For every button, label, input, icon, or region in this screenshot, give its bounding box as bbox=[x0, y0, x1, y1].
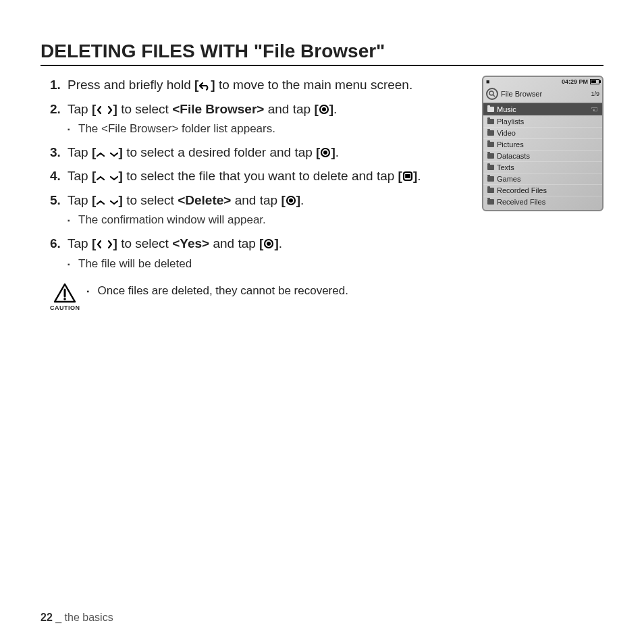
caution-text: Once files are deleted, they cannot be r… bbox=[87, 283, 348, 300]
select-icon bbox=[319, 104, 329, 115]
device-folder-list: Music☜PlaylistsVideoPicturesDatacastsTex… bbox=[483, 103, 602, 210]
folder-icon bbox=[487, 165, 494, 170]
instruction-step: 1.Press and briefly hold [] to move to t… bbox=[41, 76, 471, 95]
select-icon bbox=[263, 238, 274, 249]
battery-icon bbox=[590, 79, 599, 84]
device-index: 1/9 bbox=[591, 90, 599, 97]
device-folder-label: Pictures bbox=[497, 140, 524, 149]
chevron-up-icon bbox=[96, 199, 105, 206]
chevron-left-icon bbox=[96, 105, 103, 115]
select-icon bbox=[320, 147, 331, 158]
chevron-down-icon bbox=[109, 175, 119, 182]
device-folder-item: Datacasts bbox=[483, 150, 602, 161]
instruction-substep: The file will be deleted bbox=[68, 256, 471, 273]
chevron-down-icon bbox=[109, 199, 119, 206]
instruction-substep: The <File Browser> folder list appears. bbox=[68, 121, 471, 138]
device-folder-item: Games bbox=[483, 173, 602, 184]
step-number: 1. bbox=[50, 76, 61, 95]
device-folder-item: Received Files bbox=[483, 196, 602, 207]
device-folder-label: Games bbox=[497, 175, 520, 183]
folder-icon bbox=[487, 107, 494, 112]
folder-icon bbox=[487, 130, 494, 136]
svg-point-1 bbox=[322, 107, 326, 111]
chevron-up-icon bbox=[96, 151, 105, 158]
page-footer: 22 _ the basics bbox=[41, 612, 113, 624]
svg-point-9 bbox=[289, 198, 293, 203]
caution-block: CAUTION Once files are deleted, they can… bbox=[50, 283, 471, 311]
step-number: 6. bbox=[50, 234, 61, 253]
page-title: DELETING FILES WITH "File Browser" bbox=[41, 41, 603, 62]
device-screenshot: ■ 04:29 PM File Browser 1/9 Music☜Playli… bbox=[482, 76, 603, 211]
device-folder-item: Playlists bbox=[483, 115, 602, 127]
chevron-right-icon bbox=[107, 105, 113, 115]
device-folder-label: Video bbox=[497, 129, 516, 137]
folder-icon bbox=[487, 188, 494, 193]
folder-icon bbox=[487, 199, 494, 205]
svg-point-11 bbox=[267, 242, 271, 246]
chevron-up-icon bbox=[96, 175, 105, 182]
device-folder-label: Music bbox=[497, 105, 516, 113]
device-folder-label: Recorded Files bbox=[497, 186, 547, 194]
step-number: 4. bbox=[50, 167, 61, 186]
device-folder-item: Video bbox=[483, 127, 602, 138]
section-name: the basics bbox=[65, 612, 113, 623]
device-screen-title: File Browser bbox=[501, 90, 542, 98]
svg-point-3 bbox=[323, 151, 327, 155]
file-browser-icon bbox=[486, 88, 498, 100]
device-folder-label: Received Files bbox=[497, 198, 545, 206]
svg-point-14 bbox=[63, 298, 66, 300]
device-folder-item: Pictures bbox=[483, 138, 602, 150]
step-number: 3. bbox=[50, 143, 61, 162]
step-number: 2. bbox=[50, 100, 61, 119]
svg-line-16 bbox=[493, 95, 495, 97]
instruction-step: 3.Tap [ ] to select a desired folder and… bbox=[41, 143, 471, 162]
page-number: 22 bbox=[41, 612, 53, 623]
instruction-step: 5.Tap [ ] to select <Delete> and tap [].… bbox=[41, 191, 471, 229]
device-folder-label: Datacasts bbox=[497, 152, 530, 160]
instruction-list: 1.Press and briefly hold [] to move to t… bbox=[41, 76, 471, 272]
instruction-step: 6. Tap [ ] to select <Yes> and tap [].Th… bbox=[41, 234, 471, 272]
device-folder-item: Texts bbox=[483, 161, 602, 173]
chevron-right-icon bbox=[107, 240, 113, 249]
device-folder-item: Recorded Files bbox=[483, 184, 602, 196]
footer-sep: _ bbox=[53, 612, 65, 623]
device-folder-label: Texts bbox=[497, 163, 514, 171]
caution-label: CAUTION bbox=[50, 304, 80, 311]
title-divider bbox=[41, 65, 603, 66]
folder-icon bbox=[487, 142, 494, 147]
device-time: 04:29 PM bbox=[562, 78, 588, 85]
pointer-hand-icon: ☜ bbox=[591, 105, 598, 114]
menu-icon bbox=[402, 171, 413, 182]
folder-icon bbox=[487, 153, 494, 159]
folder-icon bbox=[487, 119, 494, 124]
select-icon bbox=[286, 195, 296, 206]
chevron-left-icon bbox=[96, 240, 103, 249]
device-folder-label: Playlists bbox=[497, 117, 524, 126]
instruction-step: 4.Tap [ ] to select the file that you wa… bbox=[41, 167, 471, 186]
instruction-substep: The confirmation window will appear. bbox=[68, 212, 471, 229]
instruction-step: 2.Tap [ ] to select <File Browser> and t… bbox=[41, 100, 471, 138]
status-stop-icon: ■ bbox=[486, 78, 489, 85]
device-folder-item: Music☜ bbox=[483, 103, 602, 115]
chevron-down-icon bbox=[109, 151, 119, 158]
back-icon bbox=[198, 81, 211, 90]
caution-icon bbox=[53, 283, 76, 303]
step-number: 5. bbox=[50, 191, 61, 210]
folder-icon bbox=[487, 176, 494, 182]
